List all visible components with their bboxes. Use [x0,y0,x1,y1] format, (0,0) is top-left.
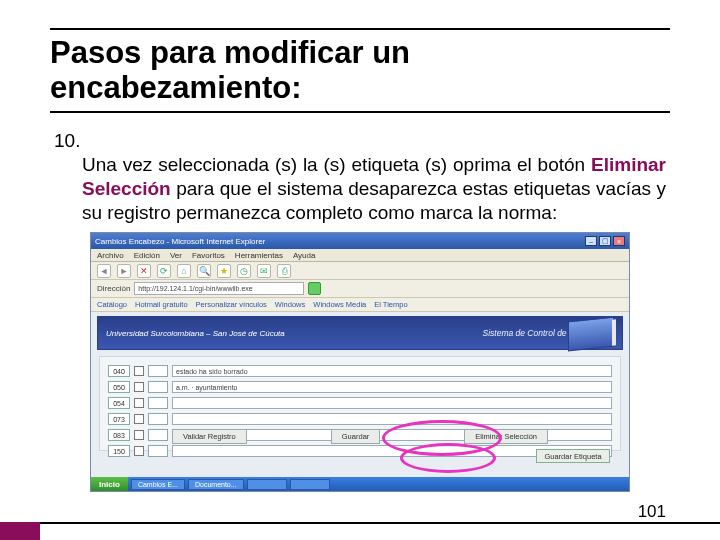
start-button[interactable]: Inicio [91,477,128,491]
rule-top [50,28,670,30]
back-button[interactable]: ◄ [97,264,111,278]
address-input[interactable]: http://192.124.1.1/cgi-bin/wwwlib.exe [134,282,304,295]
slide: Pasos para modificar un encabezamiento: … [0,0,720,540]
forward-button[interactable]: ► [117,264,131,278]
field-input[interactable]: estado ha sido borrado [172,365,612,377]
maximize-button[interactable]: ▢ [599,236,611,246]
field-input[interactable] [172,413,612,425]
stop-button[interactable]: ✕ [137,264,151,278]
taskbar-item[interactable]: Cambios E... [131,479,185,490]
taskbar-item[interactable] [290,479,330,490]
close-button[interactable]: × [613,236,625,246]
page-number: 101 [638,502,666,522]
validate-button[interactable]: Validar Registro [172,429,247,444]
link-hotmail[interactable]: Hotmail gratuito [135,300,188,309]
step-body: Una vez seleccionada (s) la (s) etiqueta… [54,153,666,224]
link-windows[interactable]: Windows [275,300,305,309]
menu-edicion[interactable]: Edición [134,251,160,260]
toolbar: ◄ ► ✕ ⟳ ⌂ 🔍 ★ ◷ ✉ ⎙ [91,262,629,280]
field-input[interactable]: a.m. · ayuntamiento [172,381,612,393]
row-checkbox[interactable] [134,366,144,376]
address-label: Dirección [97,284,130,293]
menu-ver[interactable]: Ver [170,251,182,260]
link-personalizar[interactable]: Personalizar vínculos [196,300,267,309]
indicator-box[interactable] [148,365,168,377]
form-area: 040 estado ha sido borrado 050 a.m. · ay… [99,356,621,451]
link-wmedia[interactable]: Windows Media [313,300,366,309]
indicator-box[interactable] [148,381,168,393]
links-bar: Catálogo Hotmail gratuito Personalizar v… [91,298,629,312]
accent-block [0,522,40,540]
banner-left: Universidad Surcolombiana – San José de … [106,329,285,338]
table-row: 050 a.m. · ayuntamiento [108,381,612,393]
step-text: 10. Una vez seleccionada (s) la (s) etiq… [50,129,670,224]
slide-title: Pasos para modificar un encabezamiento: [50,36,670,105]
taskbar-item[interactable] [247,479,287,490]
save-button[interactable]: Guardar [331,429,381,444]
mail-icon[interactable]: ✉ [257,264,271,278]
step-number: 10. [54,130,80,151]
window-titlebar: Cambios Encabezo - Microsoft Internet Ex… [91,233,629,249]
book-icon [568,317,614,352]
rule-under-title [50,111,670,113]
minimize-button[interactable]: – [585,236,597,246]
menu-ayuda[interactable]: Ayuda [293,251,316,260]
delete-selection-button[interactable]: Eliminar Selección [464,429,548,444]
indicator-box[interactable] [148,397,168,409]
table-row: 040 estado ha sido borrado [108,365,612,377]
window-controls: – ▢ × [585,236,625,246]
tag-code[interactable]: 054 [108,397,130,409]
window-title: Cambios Encabezo - Microsoft Internet Ex… [95,237,265,246]
tag-code[interactable]: 050 [108,381,130,393]
tag-code[interactable]: 040 [108,365,130,377]
menu-herramientas[interactable]: Herramientas [235,251,283,260]
taskbar-item[interactable]: Documento... [188,479,244,490]
row-checkbox[interactable] [134,382,144,392]
history-icon[interactable]: ◷ [237,264,251,278]
refresh-button[interactable]: ⟳ [157,264,171,278]
field-input[interactable] [172,397,612,409]
indicator-box[interactable] [148,445,168,457]
link-eltiempo[interactable]: El Tiempo [374,300,407,309]
row-checkbox[interactable] [134,446,144,456]
table-row: 054 [108,397,612,409]
go-button[interactable] [308,282,321,295]
button-row: Validar Registro Guardar Eliminar Selecc… [100,429,620,444]
row-checkbox[interactable] [134,398,144,408]
screenshot-wrap: Cambios Encabezo - Microsoft Internet Ex… [90,232,630,492]
page-content: Universidad Surcolombiana – San José de … [91,312,629,477]
address-bar: Dirección http://192.124.1.1/cgi-bin/www… [91,280,629,298]
menu-bar: Archivo Edición Ver Favoritos Herramient… [91,249,629,262]
step-lead: Una vez seleccionada (s) la (s) etiqueta… [82,154,591,175]
embedded-screenshot: Cambios Encabezo - Microsoft Internet Ex… [90,232,630,492]
menu-favoritos[interactable]: Favoritos [192,251,225,260]
save-tag-button[interactable]: Guardar Etiqueta [536,449,610,463]
search-icon[interactable]: 🔍 [197,264,211,278]
print-icon[interactable]: ⎙ [277,264,291,278]
home-button[interactable]: ⌂ [177,264,191,278]
favorites-icon[interactable]: ★ [217,264,231,278]
menu-archivo[interactable]: Archivo [97,251,124,260]
table-row: 073 [108,413,612,425]
tag-code[interactable]: 150 [108,445,130,457]
row-checkbox[interactable] [134,414,144,424]
slide-baseline [0,522,720,524]
indicator-box[interactable] [148,413,168,425]
taskbar: Inicio Cambios E... Documento... [91,477,629,491]
link-catalogo[interactable]: Catálogo [97,300,127,309]
app-banner: Universidad Surcolombiana – San José de … [97,316,623,350]
tag-code[interactable]: 073 [108,413,130,425]
